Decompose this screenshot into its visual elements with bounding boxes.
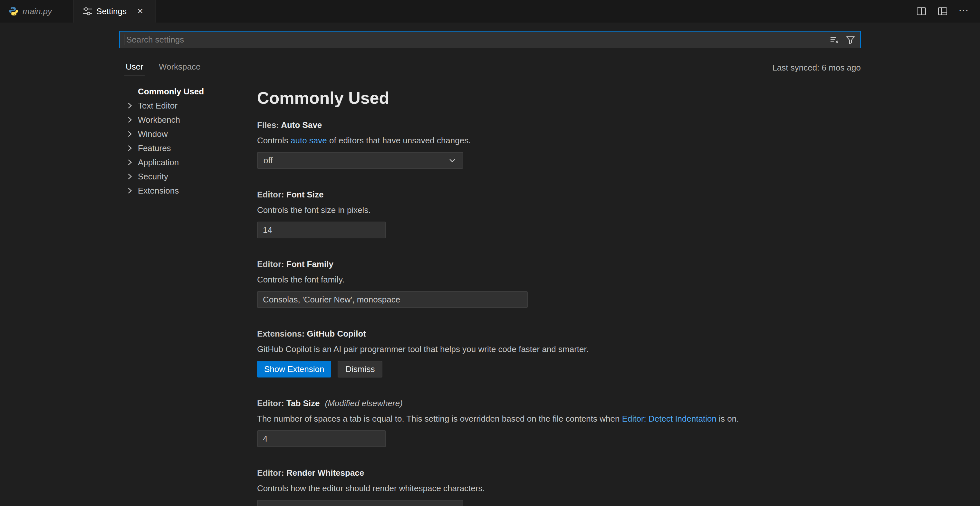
setting-description: Controls the font size in pixels. bbox=[257, 204, 861, 216]
setting-editor-font-family: Editor: Font FamilyControls the font fam… bbox=[257, 258, 861, 308]
setting-control bbox=[257, 221, 861, 238]
toc-label: Extensions bbox=[138, 186, 179, 196]
setting-description: GitHub Copilot is an AI pair programmer … bbox=[257, 343, 861, 355]
select-value: off bbox=[264, 156, 272, 165]
settings-scope-tabs: UserWorkspace bbox=[124, 59, 202, 75]
clear-search-filters-icon[interactable] bbox=[829, 34, 840, 45]
setting-editor-font-size: Editor: Font SizeControls the font size … bbox=[257, 189, 861, 238]
setting-description: Controls auto save of editors that have … bbox=[257, 135, 861, 146]
chevron-right-icon bbox=[123, 129, 138, 139]
split-editor-icon[interactable] bbox=[914, 4, 929, 18]
setting-buttons: Show ExtensionDismiss bbox=[257, 361, 861, 377]
more-actions-icon[interactable]: ⋯ bbox=[957, 4, 971, 18]
editor-tab-bar: main.pySettings✕ ⋯ bbox=[0, 0, 980, 22]
description-text: Controls the font family. bbox=[257, 275, 344, 285]
toc-label: Window bbox=[138, 129, 167, 139]
setting-category: Editor: bbox=[257, 398, 286, 408]
filter-icon[interactable] bbox=[845, 34, 856, 45]
editor-actions: ⋯ bbox=[914, 0, 980, 22]
chevron-right-icon bbox=[123, 100, 138, 111]
setting-title: Extensions: GitHub Copilot bbox=[257, 328, 861, 339]
settings-sliders-icon bbox=[82, 6, 92, 16]
toc-item-commonly-used[interactable]: Commonly Used bbox=[123, 84, 248, 99]
settings-list: Files: Auto SaveControls auto save of ed… bbox=[257, 119, 861, 506]
dismiss-button[interactable]: Dismiss bbox=[337, 361, 382, 377]
toc-label: Features bbox=[138, 143, 171, 153]
editor-tabs: main.pySettings✕ bbox=[0, 0, 156, 22]
setting-title: Editor: Tab Size(Modified elsewhere) bbox=[257, 398, 861, 409]
scope-tab-workspace[interactable]: Workspace bbox=[158, 59, 202, 75]
show-extension-button[interactable]: Show Extension bbox=[257, 361, 331, 377]
chevron-right-icon bbox=[123, 186, 138, 196]
toc-label: Commonly Used bbox=[138, 87, 204, 97]
setting-input[interactable] bbox=[257, 221, 386, 238]
search-toolbar bbox=[829, 34, 856, 45]
toc-item-application[interactable]: Application bbox=[123, 155, 248, 169]
toc-item-security[interactable]: Security bbox=[123, 169, 248, 184]
toc-item-window[interactable]: Window bbox=[123, 127, 248, 141]
chevron-right-icon bbox=[123, 171, 138, 181]
settings-editor: UserWorkspace Last synced: 6 mos ago Com… bbox=[0, 22, 980, 506]
setting-category: Editor: bbox=[257, 259, 286, 269]
setting-extensions-github-copilot: Extensions: GitHub CopilotGitHub Copilot… bbox=[257, 328, 861, 377]
toc-item-workbench[interactable]: Workbench bbox=[123, 113, 248, 127]
setting-control bbox=[257, 500, 861, 506]
description-text: Controls the font size in pixels. bbox=[257, 205, 371, 215]
description-text: The number of spaces a tab is equal to. … bbox=[257, 414, 622, 423]
toc-label: Application bbox=[138, 158, 179, 167]
tab-label: Settings bbox=[96, 6, 127, 16]
setting-control bbox=[257, 291, 861, 308]
chevron-down-icon bbox=[448, 504, 457, 506]
setting-name: Font Family bbox=[286, 259, 333, 269]
tab-label: main.py bbox=[22, 6, 52, 16]
editor-tab-main-py[interactable]: main.py bbox=[0, 0, 74, 22]
setting-control: off bbox=[257, 152, 861, 169]
chevron-right-icon bbox=[123, 115, 138, 125]
editor-tab-settings[interactable]: Settings✕ bbox=[74, 0, 156, 22]
setting-title: Editor: Render Whitespace bbox=[257, 467, 861, 479]
description-text: Controls bbox=[257, 135, 291, 145]
settings-search-box[interactable] bbox=[119, 31, 861, 48]
auto-save-link[interactable]: auto save bbox=[291, 135, 327, 145]
setting-input[interactable] bbox=[257, 430, 386, 447]
scope-tab-user[interactable]: User bbox=[124, 59, 145, 75]
toc-item-features[interactable]: Features bbox=[123, 141, 248, 155]
setting-description: The number of spaces a tab is equal to. … bbox=[257, 413, 861, 425]
description-text: Controls how the editor should render wh… bbox=[257, 484, 485, 493]
setting-category: Editor: bbox=[257, 468, 286, 477]
settings-content: Commonly Used Files: Auto SaveControls a… bbox=[257, 87, 861, 506]
chevron-right-icon bbox=[123, 143, 138, 153]
setting-control bbox=[257, 430, 861, 447]
python-icon bbox=[8, 6, 19, 16]
search-input[interactable] bbox=[124, 32, 829, 48]
chevron-down-icon bbox=[448, 156, 457, 165]
customize-layout-icon[interactable] bbox=[935, 4, 950, 18]
setting-input[interactable] bbox=[257, 291, 528, 308]
toc-label: Security bbox=[138, 172, 168, 181]
toc-label: Workbench bbox=[138, 115, 180, 125]
setting-select[interactable] bbox=[257, 500, 463, 506]
sync-status: Last synced: 6 mos ago bbox=[772, 63, 861, 75]
tab-spacer bbox=[56, 5, 65, 18]
setting-modified-badge: (Modified elsewhere) bbox=[325, 398, 403, 408]
setting-name: GitHub Copilot bbox=[307, 329, 366, 339]
setting-name: Render Whitespace bbox=[286, 468, 364, 477]
toc-item-text-editor[interactable]: Text Editor bbox=[123, 99, 248, 113]
description-text: GitHub Copilot is an AI pair programmer … bbox=[257, 344, 589, 354]
toc-indent bbox=[123, 86, 138, 97]
editor-detect-indentation-link[interactable]: Editor: Detect Indentation bbox=[622, 414, 716, 423]
description-text: of editors that have unsaved changes. bbox=[327, 135, 471, 145]
setting-category: Extensions: bbox=[257, 329, 307, 339]
setting-title: Editor: Font Family bbox=[257, 258, 861, 270]
toc-item-extensions[interactable]: Extensions bbox=[123, 184, 248, 198]
setting-name: Tab Size bbox=[286, 398, 320, 408]
settings-toc: Commonly UsedText EditorWorkbenchWindowF… bbox=[123, 84, 248, 198]
setting-category: Files: bbox=[257, 120, 281, 130]
vscode-window: { "window": { "tabs": [ { "label": "main… bbox=[0, 0, 980, 506]
close-icon[interactable]: ✕ bbox=[134, 5, 146, 18]
setting-files-auto-save: Files: Auto SaveControls auto save of ed… bbox=[257, 119, 861, 169]
chevron-right-icon bbox=[123, 157, 138, 167]
setting-name: Auto Save bbox=[281, 120, 322, 130]
setting-select[interactable]: off bbox=[257, 152, 463, 169]
setting-name: Font Size bbox=[286, 190, 324, 199]
